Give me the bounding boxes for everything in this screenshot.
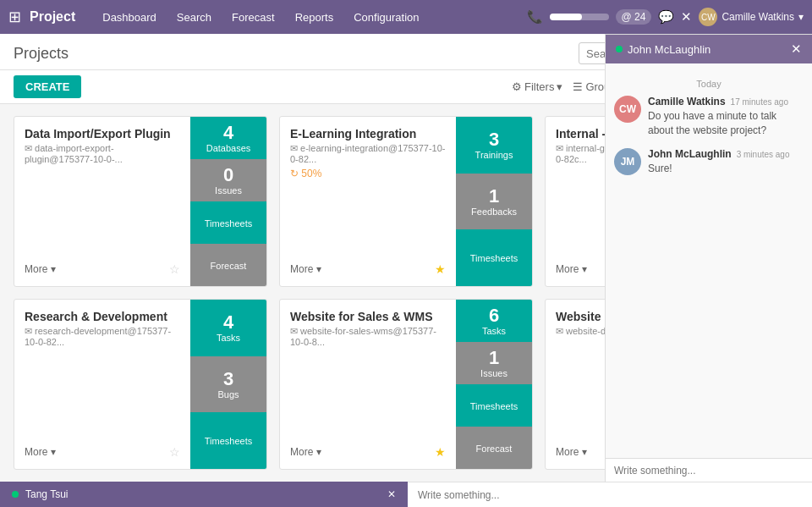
main-menu: Dashboard Search Forecast Reports Config… [94, 8, 521, 27]
bottom-input[interactable] [418, 489, 802, 501]
nav-forecast[interactable]: Forecast [223, 8, 283, 27]
metric-box-1[interactable]: 1Issues [456, 342, 532, 384]
bottom-bar-left: Tang Tsui ✕ [0, 482, 408, 507]
chat-message: CWCamille Watkins17 minutes agoDo you ha… [614, 96, 804, 138]
topnav-right: 📞 @ 24 💬 ✕ CW Camille Watkins ▾ [527, 8, 804, 26]
metric-box-3[interactable]: Forecast [456, 427, 532, 469]
card-right-p4: 4Tasks3BugsTimesheets [190, 300, 266, 469]
chat-close-btn[interactable]: ✕ [791, 41, 802, 57]
chat-date-separator: Today [614, 79, 804, 89]
chat-msg-time: 3 minutes ago [737, 150, 790, 159]
progress-fill [550, 14, 583, 20]
project-card-p1: Data Import/Export Plugin✉ data-import-e… [14, 116, 267, 287]
metric-num: 1 [489, 187, 499, 206]
metric-box-0[interactable]: 4Databases [190, 117, 266, 159]
metric-box-2[interactable]: Timesheets [456, 384, 532, 427]
chat-body: Today CWCamille Watkins17 minutes agoDo … [606, 63, 812, 458]
create-button[interactable]: CREATE [14, 75, 81, 98]
metric-num: 4 [223, 124, 233, 142]
filters-btn[interactable]: ⚙ Filters ▾ [512, 80, 562, 93]
metric-box-1[interactable]: 3Bugs [190, 356, 266, 413]
metric-box-2[interactable]: Timesheets [190, 201, 266, 244]
metric-label: Feedbacks [471, 207, 517, 217]
metric-label: Bugs [217, 389, 239, 400]
page-title: Projects [14, 45, 69, 63]
metric-box-2[interactable]: Timesheets [190, 412, 266, 469]
online-dot [616, 46, 623, 52]
card-email: ✉ e-learning-integration@175377-10-0-82.… [290, 143, 446, 164]
metric-box-1[interactable]: 0Issues [190, 159, 266, 201]
grid-icon[interactable]: ⊞ [8, 8, 21, 26]
card-right-p1: 4Databases0IssuesTimesheetsForecast [190, 117, 266, 286]
metric-num: 6 [489, 306, 499, 325]
star-icon[interactable]: ★ [435, 262, 446, 276]
chat-msg-text: Do you have a minute to talk about the w… [648, 109, 804, 138]
topnav-close-icon[interactable]: ✕ [681, 9, 692, 25]
bottom-user-name: Tang Tsui [25, 488, 68, 500]
chat-sender-name: Camille Watkins [648, 96, 726, 107]
project-card-p4: Research & Development✉ research-develop… [14, 299, 267, 470]
more-btn[interactable]: More ▾ [25, 446, 56, 458]
more-btn[interactable]: More ▾ [25, 263, 56, 275]
progress-bar [550, 14, 609, 20]
nav-search[interactable]: Search [168, 8, 220, 27]
project-card-p5: Website for Sales & WMS✉ website-for-sal… [279, 299, 533, 470]
metric-label: Databases [206, 143, 251, 153]
chat-input[interactable] [614, 465, 804, 477]
card-progress: ↻ 50% [290, 168, 446, 179]
star-icon[interactable]: ☆ [169, 262, 180, 276]
chat-contact-label: John McLaughlin [628, 43, 710, 56]
card-title[interactable]: E-Learning Integration [290, 127, 446, 141]
filter-icon: ⚙ [512, 80, 522, 93]
more-btn[interactable]: More ▾ [556, 446, 587, 458]
bottom-bar: Tang Tsui ✕ [0, 482, 812, 507]
card-title[interactable]: Data Import/Export Plugin [25, 127, 180, 141]
metric-label: Issues [480, 368, 508, 378]
metric-box-0[interactable]: 3Trainings [456, 117, 532, 174]
chat-message: JMJohn McLaughlin3 minutes agoSure! [614, 148, 804, 176]
metric-box-2[interactable]: Timesheets [456, 229, 532, 286]
metric-label: Forecast [211, 261, 247, 271]
card-left-p2: E-Learning Integration✉ e-learning-integ… [280, 117, 456, 286]
card-left-p4: Research & Development✉ research-develop… [14, 300, 190, 469]
metric-num: 0 [223, 166, 233, 185]
metric-num: 1 [489, 349, 499, 367]
chat-msg-time: 17 minutes ago [731, 97, 788, 107]
metric-num: 4 [223, 313, 233, 332]
topnav: ⊞ Project Dashboard Search Forecast Repo… [0, 0, 812, 34]
metric-box-1[interactable]: 1Feedbacks [456, 174, 532, 230]
user-menu-arrow: ▾ [798, 11, 804, 23]
bottom-online-dot [12, 491, 19, 498]
card-title[interactable]: Website for Sales & WMS [290, 310, 446, 323]
chat-avatar: CW [614, 96, 641, 123]
more-btn[interactable]: More ▾ [290, 263, 321, 275]
bottom-close-icon[interactable]: ✕ [387, 488, 396, 500]
metric-num: 3 [489, 130, 499, 149]
star-icon[interactable]: ★ [435, 445, 446, 459]
card-left-p5: Website for Sales & WMS✉ website-for-sal… [280, 300, 456, 469]
phone-icon[interactable]: 📞 [527, 9, 543, 25]
more-btn[interactable]: More ▾ [290, 446, 321, 458]
star-icon[interactable]: ☆ [169, 445, 180, 459]
chat-sender-name: John McLaughlin [648, 148, 732, 160]
metric-box-0[interactable]: 6Tasks [456, 300, 532, 342]
nav-dashboard[interactable]: Dashboard [94, 8, 165, 27]
chat-header: John McLaughlin ✕ [606, 35, 812, 63]
card-title[interactable]: Research & Development [25, 310, 180, 323]
chat-icon[interactable]: 💬 [658, 9, 674, 25]
metric-label: Timesheets [205, 436, 252, 446]
card-email: ✉ website-for-sales-wms@175377-10-0-8... [290, 326, 446, 347]
metric-box-0[interactable]: 4Tasks [190, 300, 266, 356]
metric-label: Forecast [476, 444, 513, 454]
nav-reports[interactable]: Reports [287, 8, 343, 27]
user-menu[interactable]: CW Camille Watkins ▾ [699, 8, 804, 26]
metric-label: Tasks [217, 333, 240, 343]
card-email: ✉ research-development@175377-10-0-82... [25, 326, 180, 347]
card-left-p1: Data Import/Export Plugin✉ data-import-e… [14, 117, 190, 286]
filters-arrow: ▾ [557, 80, 562, 93]
more-btn[interactable]: More ▾ [556, 263, 587, 275]
nav-configuration[interactable]: Configuration [345, 8, 427, 27]
card-right-p5: 6Tasks1IssuesTimesheetsForecast [456, 300, 532, 469]
at-badge[interactable]: @ 24 [616, 9, 652, 25]
metric-box-3[interactable]: Forecast [190, 244, 266, 286]
